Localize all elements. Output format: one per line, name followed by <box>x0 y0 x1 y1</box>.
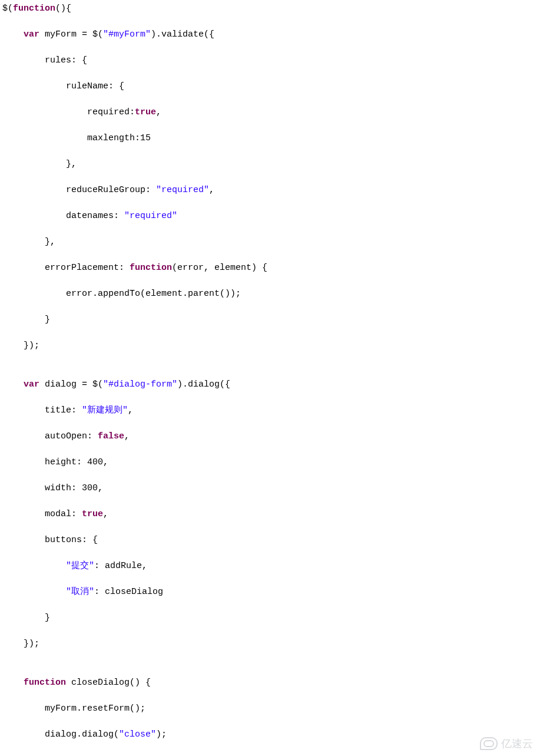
code-line: title: "新建规则", <box>2 404 538 417</box>
code-line: errorPlacement: function(error, element)… <box>2 262 538 275</box>
code-line: $(function(){ <box>2 2 538 15</box>
code-line: datenames: "required" <box>2 210 538 223</box>
code-line: var dialog = $("#dialog-form").dialog({ <box>2 378 538 391</box>
code-line: maxlength:15 <box>2 132 538 145</box>
code-line: "取消": closeDialog <box>2 586 538 599</box>
code-line: autoOpen: false, <box>2 430 538 443</box>
code-line: myForm.resetForm(); <box>2 702 538 715</box>
code-line: ruleName: { <box>2 80 538 93</box>
code-line: var myForm = $("#myForm").validate({ <box>2 28 538 41</box>
code-line: required:true, <box>2 106 538 119</box>
code-block: $(function(){ var myForm = $("#myForm").… <box>2 2 538 756</box>
code-line: modal: true, <box>2 508 538 521</box>
code-line: width: 300, <box>2 482 538 495</box>
code-line: }); <box>2 638 538 651</box>
code-line: height: 400, <box>2 456 538 469</box>
code-line: error.appendTo(element.parent()); <box>2 288 538 301</box>
code-line: function closeDialog() { <box>2 676 538 689</box>
code-line: "提交": addRule, <box>2 560 538 573</box>
code-line: rules: { <box>2 54 538 67</box>
code-line: }); <box>2 339 538 352</box>
code-line: reduceRuleGroup: "required", <box>2 184 538 197</box>
code-line: }, <box>2 236 538 249</box>
code-line: buttons: { <box>2 534 538 547</box>
code-line: dialog.dialog("close"); <box>2 728 538 741</box>
code-line: } <box>2 612 538 625</box>
code-line: } <box>2 313 538 326</box>
code-line: }, <box>2 158 538 171</box>
